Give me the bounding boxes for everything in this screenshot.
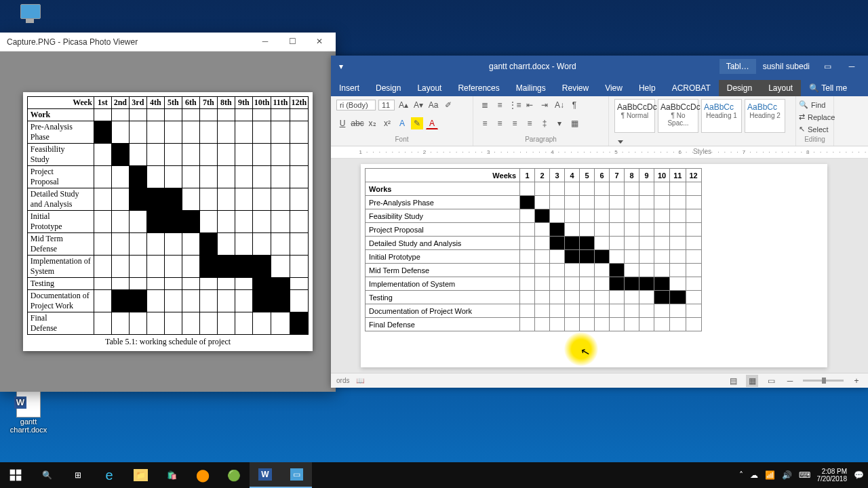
wifi-icon[interactable]: 📶 — [765, 470, 775, 480]
line-spacing-icon[interactable]: ‡ — [538, 117, 551, 129]
desktop-icon-doc[interactable]: gantt charrt.docx — [8, 390, 49, 434]
view-print-icon[interactable]: ▦ — [746, 375, 758, 387]
ribbon-tab-references[interactable]: References — [450, 80, 507, 96]
status-words[interactable]: ords — [336, 377, 349, 384]
clear-format-icon[interactable]: ✐ — [442, 99, 454, 111]
maximize-button[interactable]: ☐ — [279, 33, 306, 52]
photo-viewer-title: Capture.PNG - Picasa Photo Viewer — [7, 37, 138, 47]
taskview-button[interactable]: ⊞ — [62, 462, 94, 488]
grow-font-icon[interactable]: A▴ — [397, 99, 410, 111]
align-right-icon[interactable]: ≡ — [509, 117, 521, 129]
ribbon-options-icon[interactable]: ▭ — [815, 56, 840, 77]
explorer-icon[interactable]: 📁 — [125, 462, 156, 488]
titlebar[interactable]: Capture.PNG - Picasa Photo Viewer ─ ☐ ✕ — [0, 33, 336, 52]
style-Heading 2[interactable]: AaBbCcHeading 2 — [745, 99, 785, 133]
font-size-select[interactable]: 11 — [378, 100, 395, 110]
clock-time: 2:08 PM — [817, 468, 848, 475]
ribbon-tab-help[interactable]: Help — [631, 80, 664, 96]
bullets-icon[interactable]: ≣ — [479, 99, 491, 111]
align-left-icon[interactable]: ≡ — [479, 117, 491, 129]
styles-more-icon[interactable] — [614, 136, 627, 148]
status-proofing-icon[interactable]: 📖 — [356, 377, 364, 384]
word-taskbar-icon[interactable]: W — [250, 462, 281, 488]
svg-rect-0 — [10, 470, 16, 475]
justify-icon[interactable]: ≡ — [524, 117, 536, 129]
outdent-icon[interactable]: ⇤ — [524, 99, 536, 111]
ribbon-tab-view[interactable]: View — [597, 80, 631, 96]
document-area[interactable]: Weeks123456789101112WorksPre-Analysis Ph… — [331, 159, 868, 375]
pc-icon — [16, 4, 43, 26]
contextual-tab[interactable]: Tabl… — [719, 59, 756, 74]
gantt-table-image: Week1st2nd3rd4th5th6th7th8th9th10th11th1… — [27, 96, 309, 335]
group-label-font: Font — [336, 136, 467, 143]
search-icon: 🔍 — [799, 100, 808, 109]
style-Heading 1[interactable]: AaBbCcHeading 1 — [701, 99, 742, 133]
group-label-paragraph: Paragraph — [479, 136, 603, 143]
ribbon-tab-layout[interactable]: Layout — [409, 80, 450, 96]
keyboard-icon[interactable]: ⌨ — [799, 470, 810, 480]
photoviewer-taskbar-icon[interactable]: ▭ — [281, 462, 312, 488]
change-case-icon[interactable]: Aa — [427, 99, 439, 111]
ribbon-tab-layout[interactable]: Layout — [760, 80, 801, 96]
volume-icon[interactable]: 🔊 — [782, 470, 792, 480]
firefox-icon[interactable]: ⬤ — [187, 462, 218, 488]
desktop-icon-this-pc[interactable] — [9, 4, 50, 26]
word-window: ▾ gantt charrt.docx - Word Tabl… sushil … — [331, 56, 868, 388]
ribbon-tab-acrobat[interactable]: ACROBAT — [664, 80, 719, 96]
word-titlebar[interactable]: ▾ gantt charrt.docx - Word Tabl… sushil … — [331, 56, 868, 77]
zoom-in-icon[interactable]: + — [850, 375, 863, 387]
ribbon-tabs: InsertDesignLayoutReferencesMailingsRevi… — [331, 77, 868, 96]
tray-up-icon[interactable]: ˄ — [739, 470, 743, 480]
close-button[interactable]: ✕ — [306, 33, 333, 52]
numbering-icon[interactable]: ≡ — [494, 99, 506, 111]
superscript-icon[interactable]: x² — [381, 117, 393, 129]
strike-icon[interactable]: abc — [351, 117, 363, 129]
shrink-font-icon[interactable]: A▾ — [412, 99, 425, 111]
edge-icon[interactable]: e — [94, 462, 125, 488]
text-effects-icon[interactable]: A — [396, 117, 408, 129]
gantt-table-word[interactable]: Weeks123456789101112WorksPre-Analysis Ph… — [365, 168, 702, 331]
indent-icon[interactable]: ⇥ — [538, 99, 551, 111]
font-family-select[interactable]: ri (Body) — [336, 100, 376, 110]
notifications-icon[interactable]: 💬 — [854, 470, 864, 480]
ribbon-tab-design[interactable]: Design — [719, 80, 760, 96]
store-icon[interactable]: 🛍️ — [156, 462, 187, 488]
find-button[interactable]: 🔍Find — [799, 99, 831, 110]
select-button[interactable]: ↖Select — [799, 123, 831, 135]
page: Weeks123456789101112WorksPre-Analysis Ph… — [361, 164, 827, 367]
user-name[interactable]: sushil subedi — [757, 59, 815, 74]
quick-access-more-icon[interactable]: ▾ — [335, 60, 347, 73]
minimize-button[interactable]: ─ — [252, 33, 279, 52]
view-read-icon[interactable]: ▤ — [727, 375, 739, 387]
clock[interactable]: 2:08 PM 7/20/2018 — [817, 468, 848, 483]
ribbon-tab-review[interactable]: Review — [554, 80, 597, 96]
start-button[interactable] — [0, 462, 31, 488]
tell-me[interactable]: 🔍 Tell me — [801, 80, 855, 96]
multilevel-icon[interactable]: ⋮≡ — [509, 99, 521, 111]
pilcrow-icon[interactable]: ¶ — [568, 99, 580, 111]
view-web-icon[interactable]: ▭ — [765, 375, 777, 387]
photo-viewer-body: Week1st2nd3rd4th5th6th7th8th9th10th11th1… — [0, 52, 336, 392]
style-¶ Normal[interactable]: AaBbCcDc¶ Normal — [614, 99, 655, 133]
ribbon-tab-insert[interactable]: Insert — [331, 80, 368, 96]
zoom-out-icon[interactable]: ─ — [784, 375, 796, 387]
search-button[interactable]: 🔍 — [31, 462, 62, 488]
ribbon-tab-design[interactable]: Design — [368, 80, 409, 96]
borders-icon[interactable]: ▦ — [568, 117, 580, 129]
highlight-icon[interactable]: ✎ — [411, 117, 423, 129]
shading-icon[interactable]: ▾ — [553, 117, 566, 129]
replace-button[interactable]: ⇄Replace — [799, 111, 831, 123]
underline-icon[interactable]: U — [336, 117, 349, 129]
word-minimize-button[interactable]: ─ — [840, 56, 864, 77]
font-color-icon[interactable]: A — [426, 117, 438, 129]
zoom-slider[interactable] — [803, 380, 844, 382]
svg-rect-2 — [10, 476, 16, 481]
sort-icon[interactable]: A↓ — [553, 99, 566, 111]
align-center-icon[interactable]: ≡ — [494, 117, 506, 129]
chrome-icon[interactable]: 🟢 — [218, 462, 250, 488]
onedrive-icon[interactable]: ☁ — [750, 470, 758, 480]
style-¶ No Spac...[interactable]: AaBbCcDc¶ No Spac... — [658, 99, 698, 133]
ribbon-tab-mailings[interactable]: Mailings — [508, 80, 554, 96]
subscript-icon[interactable]: x₂ — [366, 117, 378, 129]
word-doc-icon — [16, 390, 41, 418]
